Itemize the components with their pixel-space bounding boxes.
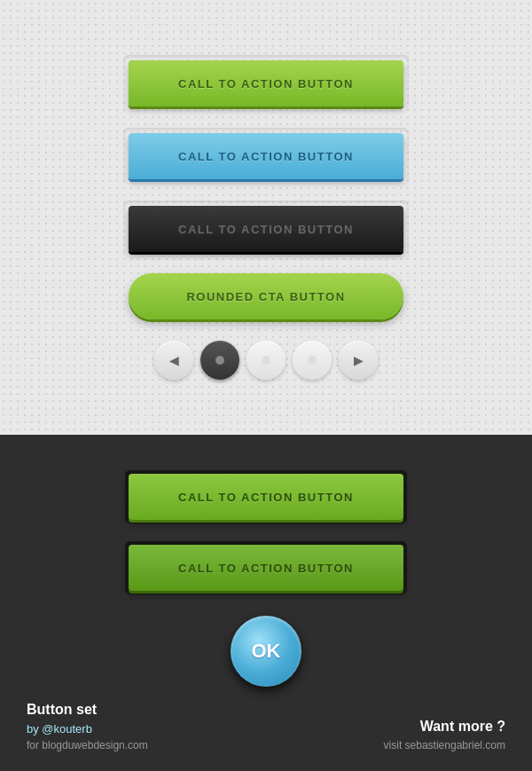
- blue-flat-button[interactable]: CALL TO ACTION BUTTON: [129, 133, 403, 179]
- footer-visit: visit sebastiengabriel.com: [384, 737, 505, 753]
- inactive-dot-2: [308, 356, 317, 365]
- dark-green-1-wrapper: CALL TO ACTION BUTTON: [125, 470, 407, 523]
- footer-left: Button set by @kouterb for blogduwebdesi…: [27, 699, 148, 754]
- dark-flat-button[interactable]: CALL TO ACTION BUTTON: [129, 206, 403, 252]
- top-section: CALL TO ACTION BUTTON CALL TO ACTION BUT…: [0, 0, 532, 435]
- pagination-page-2[interactable]: [246, 341, 286, 380]
- blue-flat-wrapper: CALL TO ACTION BUTTON: [123, 128, 409, 185]
- footer-author: by @kouterb: [27, 720, 148, 738]
- footer-cta: Want more ?: [420, 719, 505, 734]
- dark-green-button-2[interactable]: CALL TO ACTION BUTTON: [129, 545, 403, 591]
- footer-for: for blogduwebdesign.com: [27, 737, 148, 753]
- bottom-section: CALL TO ACTION BUTTON CALL TO ACTION BUT…: [0, 435, 532, 771]
- green-flat-button[interactable]: CALL TO ACTION BUTTON: [129, 60, 403, 106]
- active-dot: [215, 356, 224, 365]
- green-flat-wrapper: CALL TO ACTION BUTTON: [123, 55, 409, 112]
- pagination-prev[interactable]: ◀: [154, 341, 193, 380]
- footer-title: Button set: [27, 702, 97, 717]
- inactive-dot: [262, 356, 270, 365]
- dark-flat-wrapper: CALL TO ACTION BUTTON: [123, 201, 409, 257]
- pagination-page-1[interactable]: [200, 341, 239, 380]
- green-rounded-button[interactable]: ROUNDED CTA BUTTON: [129, 273, 403, 319]
- dark-green-button-1[interactable]: CALL TO ACTION BUTTON: [129, 474, 403, 520]
- pagination-page-3[interactable]: [293, 341, 332, 380]
- pagination-next[interactable]: ▶: [339, 341, 378, 380]
- dark-green-2-wrapper: CALL TO ACTION BUTTON: [125, 541, 407, 594]
- ok-button[interactable]: OK: [231, 616, 301, 687]
- footer: Button set by @kouterb for blogduwebdesi…: [0, 699, 532, 754]
- pagination-row: ◀ ▶: [154, 341, 378, 380]
- footer-right: Want more ? visit sebastiengabriel.com: [384, 716, 505, 753]
